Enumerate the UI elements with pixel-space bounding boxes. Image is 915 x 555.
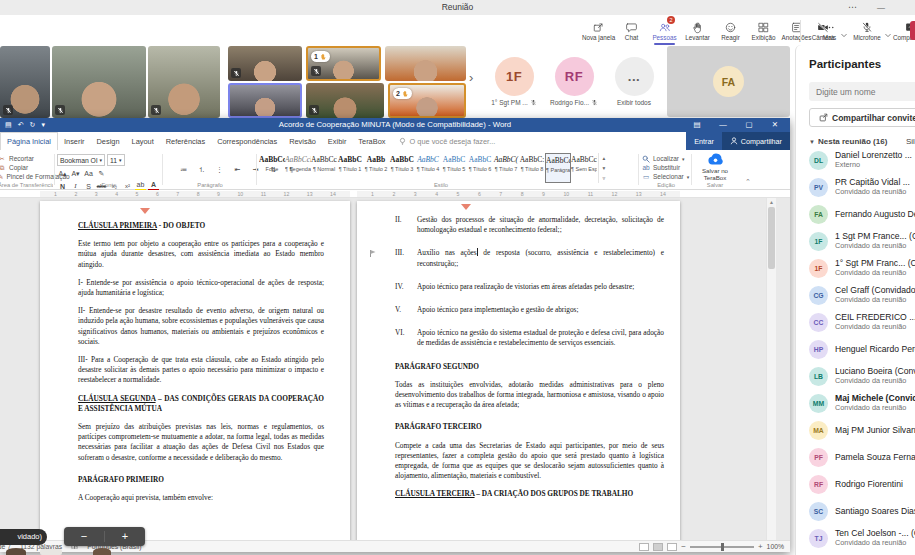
style--legenda[interactable]: AaBbCcL¶ Legenda <box>285 153 311 183</box>
style--título-3[interactable]: AaBbC¶ Título 3 <box>389 153 415 183</box>
toolbar-levantar-button[interactable]: Levantar <box>681 16 714 45</box>
zoom-in-icon[interactable]: + <box>758 542 763 551</box>
style--parágraf-[interactable]: AaBbCcDc¶ Parágraf... <box>545 153 571 183</box>
screen-zoom-out-button[interactable]: − <box>64 527 104 546</box>
zoom-slider-thumb[interactable] <box>721 543 724 551</box>
grow-font-icon[interactable]: A▴ <box>57 168 68 179</box>
tab-página-inicial[interactable]: Página Inicial <box>0 132 58 150</box>
tab-revisão[interactable]: Revisão <box>283 133 322 150</box>
window-minimize-icon[interactable]: — <box>877 0 885 15</box>
camera-chevron-icon[interactable] <box>841 24 849 42</box>
read-mode-button[interactable] <box>639 543 649 551</box>
microfone-chevron-icon[interactable] <box>885 24 893 42</box>
video-tile-8[interactable] <box>306 83 384 118</box>
style--título-7[interactable]: AaBbC(¶ Título 7 <box>493 153 519 183</box>
video-tile-2[interactable] <box>52 46 146 118</box>
tab-referências[interactable]: Referências <box>160 133 211 150</box>
share-invite-button[interactable]: Compartilhar convite <box>809 108 915 127</box>
print-layout-button[interactable] <box>653 543 663 551</box>
participant-row[interactable]: FAFernando Augusto De Mei <box>796 201 915 227</box>
numbering-icon[interactable]: ⒈ <box>196 164 207 175</box>
window-more-icon[interactable]: ⋯ <box>848 0 857 15</box>
tab-inserir[interactable]: Inserir <box>58 133 91 150</box>
multilevel-icon[interactable]: ⋮ <box>214 164 225 175</box>
stage-avatar-3[interactable]: ...Exibir todos <box>604 57 664 106</box>
outdent-icon[interactable]: ⇤ <box>232 164 243 175</box>
mute-all-button[interactable]: Silenciar todos <box>906 137 915 146</box>
participant-row[interactable]: DLDaniel Lorenzetto ...Externo <box>796 147 915 173</box>
tellme-box[interactable]: O que você deseja fazer... <box>399 133 495 150</box>
participant-search-input[interactable] <box>809 82 915 101</box>
style--normal[interactable]: AaBbCcDc¶ Normal <box>311 153 337 183</box>
style--título-2[interactable]: AaBb¶ Título 2 <box>363 153 389 183</box>
tab-terabox[interactable]: TeraBox <box>352 133 391 150</box>
shrink-font-icon[interactable]: A▾ <box>70 168 81 179</box>
editing-selecionar[interactable]: ▭Selecionar▾ <box>642 172 690 181</box>
clipboard-copy[interactable]: ⧉Copiar <box>0 163 53 172</box>
tab-design[interactable]: Design <box>91 133 126 150</box>
editing-substituir[interactable]: abSubstituir <box>642 163 690 172</box>
participant-row[interactable]: RFRodrigo Fiorentini <box>796 471 915 497</box>
save-cloud-group[interactable]: Salvar no TeraBox Salvar <box>694 151 736 188</box>
web-layout-button[interactable] <box>667 543 677 551</box>
zoom-level[interactable]: 100% <box>767 543 784 550</box>
scroll-up-icon[interactable]: ▲ <box>767 198 776 206</box>
toolbar-exibicao-button[interactable]: Exibição <box>747 16 780 45</box>
clipboard-format-painter[interactable]: ✎Pincel de Formatação <box>0 172 53 181</box>
page-right[interactable]: II.Gestão dos processos de situação de a… <box>357 201 680 540</box>
tab-exibir[interactable]: Exibir <box>322 133 352 150</box>
in-meeting-section[interactable]: ▼ Nesta reunião (16) Silenciar todos <box>809 137 915 146</box>
participant-row[interactable]: TJTen Cel Joelson -... (ConvidConvidado … <box>796 525 915 551</box>
zoom-out-icon[interactable]: − <box>681 542 686 551</box>
signin-button[interactable]: Entrar <box>694 137 722 146</box>
device-microfone-button[interactable]: Microfone <box>849 16 885 45</box>
leave-button[interactable] <box>910 21 915 40</box>
tab-correspondências[interactable]: Correspondências <box>211 133 283 150</box>
participant-row[interactable]: PFPamela Souza Fernandes <box>796 444 915 470</box>
style-forte[interactable]: AaBbCcDdForte <box>259 153 285 183</box>
video-tile-9[interactable]: 2 <box>388 83 466 118</box>
stage-avatar-2[interactable]: RFRodrigo Fio... <box>544 57 604 106</box>
change-case-icon[interactable]: Aa <box>83 168 94 179</box>
device-camera-button[interactable]: Câmera <box>805 16 841 45</box>
video-tile-3[interactable] <box>148 46 220 118</box>
participant-row[interactable]: 1F1 Sgt PM France... (ConvidConvidado da… <box>796 228 915 254</box>
style--título-6[interactable]: AaBbC¶ Título 6 <box>467 153 493 183</box>
collapse-ribbon-icon[interactable]: ⌃ <box>745 178 751 186</box>
stage-avatar-1[interactable]: 1F1° Sgt PM ... <box>484 57 544 106</box>
toolbar-reagir-button[interactable]: Reagir <box>714 16 747 45</box>
editing-localizar[interactable]: Localizar▾ <box>642 154 690 163</box>
vertical-scrollbar[interactable]: ▲ <box>766 198 776 540</box>
word-share-button[interactable]: Compartilhar <box>722 132 790 150</box>
participant-row[interactable]: HPHenguel Ricardo Pereira <box>796 336 915 362</box>
style--sem-esp-[interactable]: AaBbCcDc¶ Sem Esp... <box>571 153 597 183</box>
style--título-1[interactable]: AaBbC¶ Título 1 <box>337 153 363 183</box>
participant-row[interactable]: CGCel Graff (Convidado)Convidado da reun… <box>796 282 915 308</box>
bullets-icon[interactable]: ≔ <box>178 164 189 175</box>
next-videos-chevron-icon[interactable]: › <box>469 70 473 85</box>
participant-row[interactable]: PVPR Capitão Vidal ...Convidado da reuni… <box>796 174 915 200</box>
close-icon[interactable]: ✕ <box>762 118 788 132</box>
video-tile-6[interactable] <box>385 46 466 81</box>
clipboard-cut[interactable]: ✂Recortar <box>0 154 53 163</box>
video-tile-1[interactable] <box>0 46 50 118</box>
restore-icon[interactable]: ▢ <box>736 118 762 132</box>
video-tile-7[interactable] <box>228 83 302 118</box>
font-name-select[interactable]: Bookman Ol▾ <box>57 154 105 166</box>
ribbon-options-icon[interactable]: ▤ <box>684 118 710 132</box>
style--título-5[interactable]: AaBbC¶ Título 5 <box>441 153 467 183</box>
style--título-4[interactable]: AaBbC¶ Título 4 <box>415 153 441 183</box>
participant-row[interactable]: MAMaj PM Junior Silvano Alv <box>796 417 915 443</box>
toolbar-nova-janela-button[interactable]: Nova janela <box>582 16 615 45</box>
tab-layout[interactable]: Layout <box>126 133 160 150</box>
participant-row[interactable]: 1F1° Sgt PM Franc... (ConviConvidado da … <box>796 255 915 281</box>
page-left[interactable]: CLÁUSULA PRIMEIRA - DO OBJETOEste termo … <box>40 201 350 540</box>
zoom-slider[interactable] <box>690 546 754 548</box>
style--título-8[interactable]: AaBbC:¶ Título 8 <box>519 153 545 183</box>
video-tile-fa[interactable]: FA <box>667 46 790 117</box>
font-size-select[interactable]: 11▾ <box>107 154 125 166</box>
screen-zoom-in-button[interactable]: + <box>105 527 145 546</box>
minimize-icon[interactable]: — <box>710 118 736 132</box>
style-gallery-arrows[interactable]: ▴▾▿ <box>598 153 609 183</box>
participant-row[interactable]: SCSantiago Soares Dias De C <box>796 498 915 524</box>
